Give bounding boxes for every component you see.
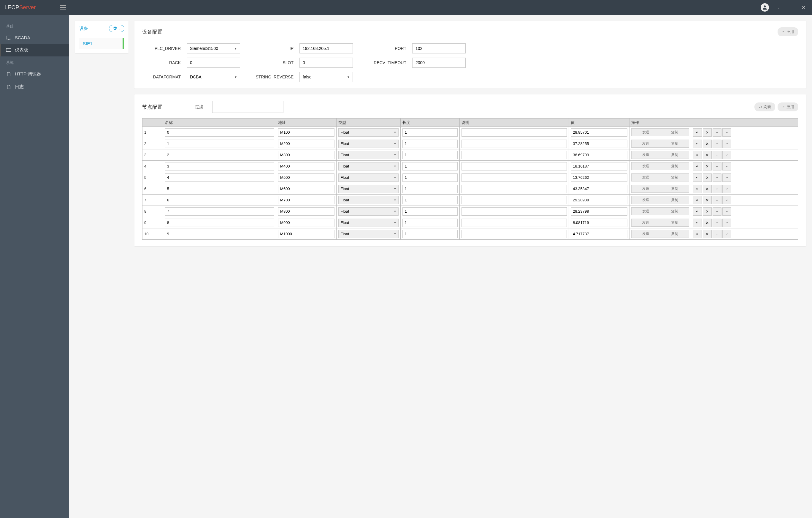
undo-button[interactable]	[693, 196, 702, 205]
node-val-input[interactable]	[571, 140, 627, 148]
move-up-button[interactable]	[713, 162, 722, 170]
input-rack[interactable]	[187, 58, 240, 68]
input-port[interactable]	[412, 44, 466, 53]
move-down-button[interactable]	[722, 207, 731, 216]
node-name-input[interactable]	[165, 219, 274, 227]
move-up-button[interactable]	[713, 207, 722, 216]
node-len-input[interactable]	[402, 185, 457, 193]
node-val-input[interactable]	[571, 151, 627, 159]
node-addr-input[interactable]	[278, 151, 335, 159]
node-desc-input[interactable]	[462, 173, 567, 182]
delete-button[interactable]	[703, 140, 712, 148]
node-len-input[interactable]	[402, 162, 457, 170]
move-down-button[interactable]	[722, 140, 731, 148]
node-name-input[interactable]	[165, 196, 274, 205]
move-down-button[interactable]	[722, 173, 731, 182]
node-val-input[interactable]	[571, 230, 627, 238]
send-button[interactable]: 发送	[631, 162, 660, 170]
menu-toggle[interactable]	[60, 4, 66, 11]
input-slot[interactable]	[299, 58, 353, 68]
copy-button[interactable]: 复制	[660, 196, 689, 204]
select-dataformat[interactable]: DCBA	[187, 72, 240, 82]
node-name-input[interactable]	[165, 151, 274, 159]
copy-button[interactable]: 复制	[660, 173, 689, 182]
send-button[interactable]: 发送	[631, 128, 660, 136]
move-down-button[interactable]	[722, 151, 731, 159]
node-addr-input[interactable]	[278, 219, 335, 227]
node-len-input[interactable]	[402, 219, 457, 227]
node-name-input[interactable]	[165, 162, 274, 170]
node-val-input[interactable]	[571, 173, 627, 182]
input-ip[interactable]	[299, 44, 353, 53]
node-desc-input[interactable]	[462, 185, 567, 193]
move-up-button[interactable]	[713, 219, 722, 227]
send-button[interactable]: 发送	[631, 230, 660, 238]
node-type-select[interactable]: Float	[338, 196, 399, 205]
sidebar-item-http[interactable]: HTTP 调试器	[0, 68, 69, 81]
move-down-button[interactable]	[722, 162, 731, 170]
minimize-button[interactable]: —	[785, 4, 794, 11]
send-button[interactable]: 发送	[631, 219, 660, 227]
node-addr-input[interactable]	[278, 230, 335, 238]
node-desc-input[interactable]	[462, 196, 567, 205]
undo-button[interactable]	[693, 230, 702, 238]
sidebar-item-dashboard[interactable]: 仪表板	[0, 44, 69, 56]
delete-button[interactable]	[703, 196, 712, 205]
node-len-input[interactable]	[402, 230, 457, 238]
node-val-input[interactable]	[571, 207, 627, 216]
node-type-select[interactable]: Float	[338, 230, 399, 238]
refresh-button[interactable]: 刷新	[754, 103, 775, 111]
delete-button[interactable]	[703, 207, 712, 216]
delete-button[interactable]	[703, 162, 712, 170]
undo-button[interactable]	[693, 207, 702, 216]
delete-button[interactable]	[703, 128, 712, 137]
node-type-select[interactable]: Float	[338, 162, 399, 170]
node-val-input[interactable]	[571, 128, 627, 137]
delete-button[interactable]	[703, 219, 712, 227]
node-name-input[interactable]	[165, 207, 274, 216]
undo-button[interactable]	[693, 219, 702, 227]
node-len-input[interactable]	[402, 196, 457, 205]
delete-button[interactable]	[703, 230, 712, 238]
copy-button[interactable]: 复制	[660, 140, 689, 147]
node-name-input[interactable]	[165, 140, 274, 148]
node-addr-input[interactable]	[278, 173, 335, 182]
node-addr-input[interactable]	[278, 128, 335, 137]
copy-button[interactable]: 复制	[660, 207, 689, 215]
node-type-select[interactable]: Float	[338, 219, 399, 227]
node-addr-input[interactable]	[278, 140, 335, 148]
node-name-input[interactable]	[165, 185, 274, 193]
node-addr-input[interactable]	[278, 196, 335, 205]
move-down-button[interactable]	[722, 230, 731, 238]
undo-button[interactable]	[693, 128, 702, 137]
node-name-input[interactable]	[165, 230, 274, 238]
node-desc-input[interactable]	[462, 128, 567, 137]
node-desc-input[interactable]	[462, 162, 567, 170]
delete-button[interactable]	[703, 173, 712, 182]
send-button[interactable]: 发送	[631, 140, 660, 147]
apply-nodes-button[interactable]: 应用	[778, 103, 799, 111]
node-val-input[interactable]	[571, 162, 627, 170]
copy-button[interactable]: 复制	[660, 162, 689, 170]
user-menu[interactable]: ---- ⌄	[761, 3, 780, 11]
node-type-select[interactable]: Float	[338, 185, 399, 193]
input-recv-timeout[interactable]	[412, 58, 466, 68]
undo-button[interactable]	[693, 162, 702, 170]
node-type-select[interactable]: Float	[338, 140, 399, 148]
send-button[interactable]: 发送	[631, 151, 660, 159]
close-button[interactable]: ✕	[800, 4, 808, 11]
copy-button[interactable]: 复制	[660, 219, 689, 227]
delete-button[interactable]	[703, 151, 712, 159]
undo-button[interactable]	[693, 173, 702, 182]
select-plc-driver[interactable]: SiemensS1500	[187, 44, 240, 53]
send-button[interactable]: 发送	[631, 196, 660, 204]
move-down-button[interactable]	[722, 219, 731, 227]
node-len-input[interactable]	[402, 140, 457, 148]
apply-config-button[interactable]: 应用	[778, 27, 799, 36]
node-addr-input[interactable]	[278, 162, 335, 170]
node-val-input[interactable]	[571, 219, 627, 227]
move-up-button[interactable]	[713, 140, 722, 148]
copy-button[interactable]: 复制	[660, 230, 689, 238]
device-settings-button[interactable]: ⌄	[109, 25, 124, 32]
undo-button[interactable]	[693, 140, 702, 148]
